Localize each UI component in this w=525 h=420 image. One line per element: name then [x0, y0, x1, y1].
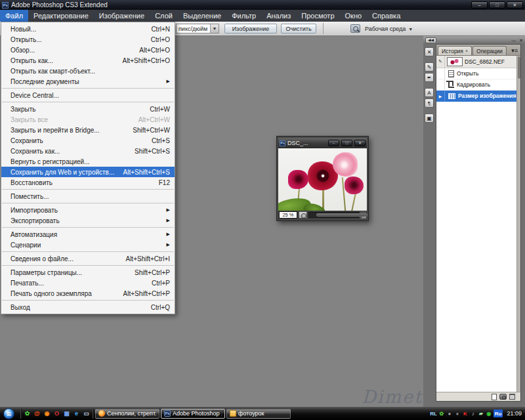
taskbar-task-folder[interactable]: фотоурок — [226, 409, 291, 419]
menubar-item[interactable]: Файл — [0, 10, 28, 22]
status-menu-icon[interactable] — [299, 211, 307, 219]
doc-minimize-button[interactable]: – — [328, 140, 339, 146]
tray-punto-ru-icon[interactable]: Ru — [494, 410, 503, 417]
start-button[interactable]: ⊞ — [3, 408, 14, 419]
file-menu-item[interactable]: Поместить... — [1, 191, 175, 201]
tab-история[interactable]: История× — [438, 46, 472, 55]
tray-app-1-icon[interactable]: ● — [446, 410, 453, 417]
file-menu-item[interactable]: ВыходCtrl+Q — [1, 302, 175, 312]
file-menu-item[interactable]: Импортировать▶ — [1, 205, 175, 215]
quick-launch-display-icon[interactable]: ▭ — [82, 410, 91, 418]
delete-state-icon[interactable] — [509, 394, 515, 400]
taskbar-task-firefox[interactable]: Сенполии, стрепт... — [95, 409, 159, 419]
maximize-button[interactable]: □ — [489, 1, 505, 9]
file-menu-item[interactable]: Сохранить как...Shift+Ctrl+S — [1, 146, 175, 156]
history-snapshot-row[interactable]: ✎ DSC_6862.NEF — [436, 56, 520, 68]
file-menu-item[interactable]: Сценарии▶ — [1, 240, 175, 250]
go-to-bridge-icon[interactable] — [350, 24, 360, 33]
units-dropdown[interactable]: пикс/дюйм ▼ — [176, 24, 219, 33]
dock-icon-crossed-tools[interactable]: ✕ — [425, 47, 434, 56]
history-source-cell[interactable]: ✎ — [436, 56, 445, 68]
menubar-item[interactable]: Окно — [340, 10, 368, 22]
history-step-source-cell[interactable]: ▶ — [436, 91, 445, 101]
menubar-item[interactable]: Выделение — [178, 10, 226, 22]
history-step-source-cell[interactable] — [436, 68, 445, 79]
quick-launch-mail-agent-icon[interactable]: @ — [33, 410, 41, 418]
history-step[interactable]: Кадрировать — [436, 79, 520, 91]
menubar-item[interactable]: Просмотр — [296, 10, 339, 22]
menubar-item[interactable]: Изображение — [94, 10, 150, 22]
history-step[interactable]: Открыть — [436, 68, 520, 79]
tab-операции[interactable]: Операции — [472, 46, 507, 55]
tray-icq-icon[interactable]: ◉ — [486, 410, 492, 417]
workspace-dropdown[interactable]: Рабочая среда ▼ — [365, 24, 413, 33]
new-snapshot-icon[interactable] — [499, 394, 507, 400]
doc-maximize-button[interactable]: □ — [341, 140, 352, 146]
file-menu-item[interactable]: Открыть как...Alt+Shift+Ctrl+O — [1, 55, 175, 66]
file-menu-item[interactable]: ВосстановитьF12 — [1, 177, 175, 188]
dock-icon-clone-source[interactable]: ✒ — [425, 73, 434, 82]
quick-launch-opera-icon[interactable]: O — [52, 410, 61, 418]
image-button[interactable]: Изображение — [224, 24, 277, 33]
photo-canvas[interactable] — [278, 148, 367, 211]
file-menu-item[interactable]: Новый...Ctrl+N — [1, 24, 175, 34]
history-step[interactable]: ▶Размер изображения — [436, 91, 520, 102]
file-menu-item[interactable]: Печать одного экземпляраAlt+Shift+Ctrl+P — [1, 288, 175, 299]
scrollbar-thumb[interactable] — [316, 213, 368, 217]
menubar-item[interactable]: Анализ — [261, 10, 296, 22]
quick-launch-green-app-icon[interactable]: ✿ — [23, 410, 32, 418]
menu-item-label: Открыть как смарт-объект... — [10, 68, 170, 75]
file-menu-item[interactable]: Обзор...Alt+Ctrl+O — [1, 45, 175, 55]
clear-button[interactable]: Очистить — [281, 24, 316, 33]
dock-icon-layer-comps[interactable]: ▣ — [425, 114, 434, 123]
tray-lang-rl-icon[interactable]: RL — [430, 410, 437, 417]
minimize-button[interactable]: – — [471, 1, 488, 9]
file-menu-item[interactable]: Параметры страницы...Shift+Ctrl+P — [1, 267, 175, 278]
file-menu-item[interactable]: СохранитьCtrl+S — [1, 135, 175, 146]
menubar-item[interactable]: Редактирование — [28, 10, 94, 22]
quick-launch-firefox-icon[interactable]: ◉ — [43, 410, 51, 418]
tray-app-2-icon[interactable]: ● — [454, 410, 461, 417]
tray-usb-icon[interactable]: ▰ — [478, 410, 484, 417]
tray-volume-icon[interactable]: ♪ — [470, 410, 476, 417]
panel-close-icon[interactable]: ✕ — [519, 37, 523, 43]
panel-scrollbar[interactable] — [516, 56, 520, 392]
tab-close-icon[interactable]: × — [465, 49, 468, 53]
collapse-dock-button[interactable]: ◀◀ — [425, 37, 436, 43]
panel-menu-icon[interactable]: ▾≡ — [511, 47, 519, 55]
document-window[interactable]: Ps DSC_... – □ ✕ 25 % — [276, 136, 369, 221]
zoom-level-field[interactable]: 25 % — [279, 211, 297, 219]
file-menu-item[interactable]: Последние документы▶ — [1, 76, 175, 87]
file-menu-item[interactable]: ЗакрытьCtrl+W — [1, 104, 175, 114]
file-menu-item[interactable]: Сохранить для Web и устройств...Alt+Shif… — [1, 167, 175, 177]
menubar-item[interactable]: Справка — [367, 10, 406, 22]
dock-icon-character-panel[interactable]: A — [425, 88, 434, 97]
file-menu-item[interactable]: Открыть...Ctrl+O — [1, 34, 175, 45]
dock-icon-paragraph-panel[interactable]: ¶ — [425, 98, 434, 108]
tray-kaspersky-icon[interactable]: K — [462, 410, 469, 417]
file-menu-item[interactable]: Сведения о файле...Alt+Shift+Ctrl+I — [1, 253, 175, 264]
file-menu-item[interactable]: Device Central... — [1, 90, 175, 100]
panel-minimize-icon[interactable]: — — [511, 37, 516, 43]
new-document-from-state-icon[interactable] — [492, 394, 497, 400]
document-titlebar[interactable]: Ps DSC_... – □ ✕ — [278, 138, 367, 148]
quick-launch-ie-icon[interactable]: e — [72, 410, 81, 418]
file-menu-item[interactable]: Вернуть с регистрацией... — [1, 156, 175, 167]
file-menu-item[interactable]: Экспортировать▶ — [1, 215, 175, 226]
close-button[interactable]: ✕ — [507, 1, 523, 9]
file-menu-item[interactable]: Закрыть и перейти в Bridge...Shift+Ctrl+… — [1, 125, 175, 135]
menubar-item[interactable]: Слой — [150, 10, 178, 22]
file-menu-item[interactable]: Автоматизация▶ — [1, 229, 175, 240]
history-step-source-cell[interactable] — [436, 79, 445, 90]
doc-close-button[interactable]: ✕ — [354, 140, 366, 146]
menubar-item[interactable]: Фильтр — [226, 10, 261, 22]
dock-icon-brush-presets[interactable]: ✎ — [425, 62, 434, 72]
panel-scrollbar-thumb[interactable] — [518, 56, 520, 79]
file-menu-item[interactable]: Открыть как смарт-объект... — [1, 66, 175, 76]
quick-launch-save-icon[interactable]: ▦ — [62, 410, 71, 418]
tray-flower-icon[interactable]: ✿ — [438, 410, 445, 417]
horizontal-scrollbar[interactable] — [308, 212, 359, 218]
menu-item-label: Сведения о файле... — [10, 255, 125, 262]
file-menu-item[interactable]: Печатать...Ctrl+P — [1, 278, 175, 288]
taskbar-task-photoshop[interactable]: PsAdobe Photoshop ... — [161, 409, 225, 419]
